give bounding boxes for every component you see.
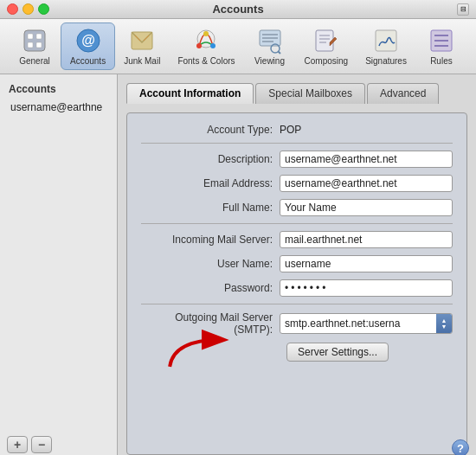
sidebar-controls: + − <box>3 433 113 455</box>
toolbar: General @ Accounts Junk Mail <box>0 19 476 74</box>
smtp-row: Outgoing Mail Server (SMTP): smtp.earthn… <box>141 311 453 336</box>
signatures-icon <box>372 27 400 54</box>
email-label: Email Address: <box>141 177 280 189</box>
server-settings-button[interactable]: Server Settings... <box>286 343 389 362</box>
description-row: Description: <box>141 151 453 168</box>
viewing-icon <box>256 27 284 54</box>
password-label: Password: <box>141 282 280 294</box>
toolbar-item-composing[interactable]: Composing <box>296 23 357 69</box>
rules-label: Rules <box>430 56 453 66</box>
svg-text:@: @ <box>81 33 95 48</box>
resize-button[interactable]: ⊟ <box>457 3 469 16</box>
toolbar-item-rules[interactable]: Rules <box>415 23 467 69</box>
composing-label: Composing <box>305 56 349 66</box>
signatures-label: Signatures <box>365 56 407 66</box>
svg-point-12 <box>210 43 215 48</box>
remove-account-button[interactable]: − <box>31 436 52 453</box>
accounts-label: Accounts <box>70 56 106 66</box>
title-bar: Accounts ⊟ <box>0 0 476 19</box>
toolbar-item-viewing[interactable]: Viewing <box>244 23 296 69</box>
divider-1 <box>141 143 453 144</box>
general-label: General <box>19 56 50 66</box>
smtp-select-text: smtp.earthnet.net:userna <box>280 316 436 331</box>
incoming-server-label: Incoming Mail Server: <box>141 234 280 246</box>
svg-rect-20 <box>316 30 333 51</box>
rules-icon <box>428 27 455 54</box>
svg-rect-4 <box>36 42 42 48</box>
toolbar-item-accounts[interactable]: @ Accounts <box>61 22 115 70</box>
username-input[interactable] <box>280 255 453 272</box>
tab-account-information[interactable]: Account Information <box>126 83 254 104</box>
account-info-panel: Account Type: POP Description: Email Add… <box>126 112 467 455</box>
fullname-input[interactable] <box>280 199 453 216</box>
general-icon <box>21 27 48 54</box>
maximize-button[interactable] <box>38 3 49 15</box>
email-input[interactable] <box>280 175 453 192</box>
junk-mail-icon <box>128 27 156 54</box>
svg-point-13 <box>203 31 209 36</box>
sidebar-title: Accounts <box>3 81 113 99</box>
right-panel: Account Information Special Mailboxes Ad… <box>118 74 476 455</box>
add-account-button[interactable]: + <box>7 436 28 453</box>
title-bar-right: ⊟ <box>457 3 469 16</box>
fullname-row: Full Name: <box>141 199 453 216</box>
tab-special-mailboxes[interactable]: Special Mailboxes <box>255 83 365 104</box>
minimize-button[interactable] <box>23 3 34 15</box>
account-type-value: POP <box>280 124 301 136</box>
help-button[interactable]: ? <box>452 439 469 455</box>
fonts-colors-label: Fonts & Colors <box>177 56 235 66</box>
description-input[interactable] <box>280 151 453 168</box>
incoming-server-input[interactable] <box>280 231 453 248</box>
tab-advanced[interactable]: Advanced <box>367 83 439 104</box>
description-label: Description: <box>141 153 280 165</box>
main-content: Accounts username@earthne + − Account In… <box>0 74 476 455</box>
accounts-icon: @ <box>74 27 102 54</box>
close-button[interactable] <box>7 3 18 15</box>
account-type-label: Account Type: <box>141 124 280 136</box>
svg-line-19 <box>278 52 280 54</box>
username-label: User Name: <box>141 258 280 270</box>
svg-rect-3 <box>28 42 33 48</box>
divider-3 <box>141 304 453 304</box>
svg-point-11 <box>196 43 202 48</box>
fullname-label: Full Name: <box>141 202 280 214</box>
sidebar-item-account1[interactable]: username@earthne <box>3 99 113 116</box>
svg-rect-1 <box>28 34 33 39</box>
email-row: Email Address: <box>141 175 453 192</box>
password-input[interactable] <box>280 279 453 297</box>
account-type-row: Account Type: POP <box>141 124 453 136</box>
svg-rect-0 <box>24 30 45 51</box>
password-row: Password: <box>141 279 453 297</box>
viewing-label: Viewing <box>254 56 285 66</box>
junk-mail-label: Junk Mail <box>124 56 160 66</box>
toolbar-item-fonts-colors[interactable]: Fonts & Colors <box>169 23 243 69</box>
divider-2 <box>141 223 453 224</box>
smtp-select[interactable]: smtp.earthnet.net:userna <box>280 313 453 334</box>
fonts-colors-icon <box>192 27 220 54</box>
window-buttons <box>7 3 49 15</box>
composing-icon <box>312 27 340 54</box>
toolbar-item-signatures[interactable]: Signatures <box>357 23 415 69</box>
incoming-server-row: Incoming Mail Server: <box>141 231 453 248</box>
username-row: User Name: <box>141 255 453 272</box>
window-title: Accounts <box>212 3 263 16</box>
server-settings-row: Server Settings... <box>141 343 453 362</box>
sidebar: Accounts username@earthne + − <box>0 74 118 455</box>
svg-rect-2 <box>36 34 42 39</box>
toolbar-item-junk-mail[interactable]: Junk Mail <box>115 23 169 69</box>
tab-bar: Account Information Special Mailboxes Ad… <box>126 83 467 104</box>
smtp-label: Outgoing Mail Server (SMTP): <box>141 311 280 336</box>
svg-rect-24 <box>376 30 396 51</box>
smtp-arrow-icon[interactable] <box>436 314 452 333</box>
toolbar-item-general[interactable]: General <box>9 23 61 69</box>
